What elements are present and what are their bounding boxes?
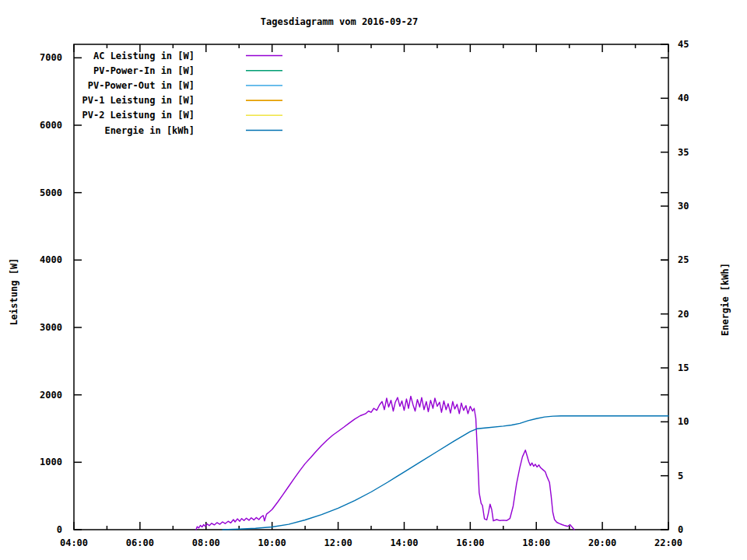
y2-tick-label: 5 xyxy=(678,471,683,481)
legend-label: PV-2 Leistung in [W] xyxy=(82,110,195,121)
legend: AC Leistung in [W]PV-Power-In in [W]PV-P… xyxy=(82,51,283,136)
x-tick-label: 14:00 xyxy=(390,537,418,548)
y2-tick-label: 20 xyxy=(678,309,689,320)
legend-item-ac-leistung-in-w: AC Leistung in [W] xyxy=(93,51,282,61)
legend-label: AC Leistung in [W] xyxy=(93,51,195,61)
y2-tick-label: 25 xyxy=(678,254,689,265)
y2-axis-ticks: 051015202530354045 xyxy=(661,39,689,535)
x-tick-label: 04:00 xyxy=(60,537,88,548)
chart-canvas: Tagesdiagramm vom 2016-09-27 Leistung [W… xyxy=(0,0,747,560)
legend-item-pv-2-leistung-in-w: PV-2 Leistung in [W] xyxy=(82,110,283,121)
series-line-ac-leistung-in-w xyxy=(196,396,574,530)
x-tick-label: 06:00 xyxy=(126,537,154,548)
legend-label: PV-1 Leistung in [W] xyxy=(82,95,195,106)
x-tick-label: 20:00 xyxy=(588,537,616,548)
y2-tick-label: 40 xyxy=(678,93,689,103)
y1-tick-label: 7000 xyxy=(40,52,62,63)
y2-tick-label: 15 xyxy=(678,362,689,373)
legend-item-pv-1-leistung-in-w: PV-1 Leistung in [W] xyxy=(82,95,283,106)
y1-tick-label: 4000 xyxy=(40,254,62,265)
series-line-energie-in-kwh xyxy=(223,416,668,530)
y1-tick-label: 1000 xyxy=(40,457,62,467)
chart-plot: 04:0006:0008:0010:0012:0014:0016:0018:00… xyxy=(0,0,747,560)
y1-tick-label: 0 xyxy=(57,524,62,535)
legend-item-pv-power-in-in-w: PV-Power-In in [W] xyxy=(93,65,282,76)
y2-tick-label: 45 xyxy=(678,39,689,50)
legend-item-pv-power-out-in-w: PV-Power-Out in [W] xyxy=(88,80,282,91)
y2-tick-label: 0 xyxy=(678,524,683,535)
series-lines xyxy=(196,396,668,530)
y1-tick-label: 5000 xyxy=(40,187,62,198)
y2-tick-label: 35 xyxy=(678,147,689,158)
legend-item-energie-in-kwh: Energie in [kWh] xyxy=(104,125,282,136)
y2-tick-label: 30 xyxy=(678,201,689,212)
x-tick-label: 18:00 xyxy=(522,537,550,548)
x-tick-label: 22:00 xyxy=(654,537,682,548)
y1-tick-label: 3000 xyxy=(40,322,62,333)
x-tick-label: 12:00 xyxy=(324,537,352,548)
legend-label: PV-Power-Out in [W] xyxy=(88,80,195,91)
y1-tick-label: 6000 xyxy=(40,120,62,131)
legend-label: Energie in [kWh] xyxy=(104,125,195,136)
x-tick-label: 16:00 xyxy=(456,537,484,548)
y2-tick-label: 10 xyxy=(678,416,689,427)
legend-label: PV-Power-In in [W] xyxy=(93,65,195,76)
x-tick-label: 10:00 xyxy=(258,537,286,548)
y1-tick-label: 2000 xyxy=(40,390,62,401)
x-tick-label: 08:00 xyxy=(192,537,220,548)
